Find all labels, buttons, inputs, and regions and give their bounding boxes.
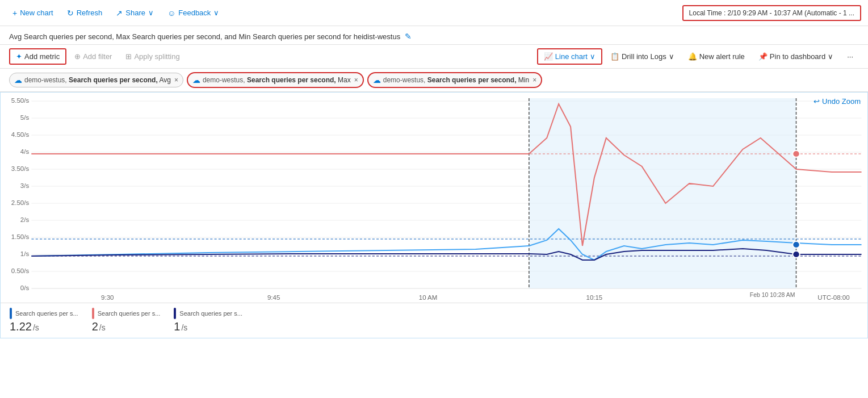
metric-tag-min-close[interactable]: × bbox=[532, 76, 536, 84]
pin-to-dashboard-button[interactable]: 📌 Pin to dashboard ∨ bbox=[753, 49, 839, 64]
chart-svg: 5.50/s 5/s 4.50/s 4/s 3.50/s 3/s 2.50/s … bbox=[1, 93, 867, 303]
svg-text:1/s: 1/s bbox=[20, 250, 30, 257]
share-chevron-icon: ∨ bbox=[148, 9, 154, 17]
chart-svg-area[interactable]: ↩ Undo Zoom 5.50/s 5/s 4.5 bbox=[1, 93, 867, 303]
feedback-chevron-icon: ∨ bbox=[213, 9, 219, 17]
pin-chevron-icon: ∨ bbox=[828, 52, 833, 61]
svg-text:9:45: 9:45 bbox=[267, 294, 280, 301]
svg-text:5.50/s: 5.50/s bbox=[11, 97, 30, 104]
svg-text:0/s: 0/s bbox=[20, 284, 30, 291]
svg-text:1.50/s: 1.50/s bbox=[11, 233, 30, 240]
line-chart-chevron-icon: ∨ bbox=[590, 52, 596, 61]
share-icon: ↗ bbox=[116, 9, 123, 18]
metric-toolbar: ✦ Add metric ⊕ Add filter ⊞ Apply splitt… bbox=[0, 45, 868, 69]
edit-title-icon[interactable]: ✎ bbox=[405, 32, 412, 41]
refresh-button[interactable]: ↻ Refresh bbox=[61, 6, 108, 20]
add-metric-icon: ✦ bbox=[16, 52, 22, 61]
svg-text:10 AM: 10 AM bbox=[419, 294, 438, 301]
legend-item-avg: Search queries per s... 1.22 /s bbox=[10, 308, 78, 333]
svg-text:2.50/s: 2.50/s bbox=[11, 199, 30, 206]
svg-point-30 bbox=[792, 150, 800, 157]
time-selector[interactable]: Local Time : 2/10 9:29 AM - 10:37 AM (Au… bbox=[682, 5, 861, 21]
share-button[interactable]: ↗ Share ∨ bbox=[110, 6, 160, 20]
svg-text:4/s: 4/s bbox=[20, 148, 30, 155]
metric-tag-max[interactable]: ☁ demo-westus, Search queries per second… bbox=[187, 72, 364, 88]
alert-icon: 🔔 bbox=[688, 52, 697, 61]
new-alert-rule-button[interactable]: 🔔 New alert rule bbox=[682, 49, 750, 64]
undo-zoom-button[interactable]: ↩ Undo Zoom bbox=[814, 97, 861, 106]
drill-logs-icon: 📋 bbox=[610, 52, 619, 61]
feedback-button[interactable]: ☺ Feedback ∨ bbox=[162, 6, 225, 20]
metric-tag-max-close[interactable]: × bbox=[354, 76, 358, 84]
line-chart-icon: 📈 bbox=[544, 52, 553, 61]
plus-icon: + bbox=[12, 9, 17, 18]
undo-zoom-icon: ↩ bbox=[814, 97, 820, 106]
chart-title-area: Avg Search queries per second, Max Searc… bbox=[0, 26, 868, 45]
drill-chevron-icon: ∨ bbox=[669, 52, 674, 61]
cloud-icon-max: ☁ bbox=[192, 76, 200, 85]
svg-text:0.50/s: 0.50/s bbox=[11, 267, 30, 274]
legend-color-max bbox=[92, 308, 94, 319]
splitting-icon: ⊞ bbox=[125, 52, 132, 61]
svg-text:3.50/s: 3.50/s bbox=[11, 165, 30, 172]
legend-area: Search queries per s... 1.22 /s Search q… bbox=[1, 303, 867, 338]
metric-tags-area: ☁ demo-westus, Search queries per second… bbox=[0, 69, 868, 92]
add-filter-icon: ⊕ bbox=[74, 52, 81, 61]
apply-splitting-button[interactable]: ⊞ Apply splitting bbox=[120, 49, 185, 64]
legend-item-min: Search queries per s... 1 /s bbox=[174, 308, 242, 333]
svg-rect-24 bbox=[529, 98, 796, 288]
refresh-icon: ↻ bbox=[67, 9, 74, 18]
drill-into-logs-button[interactable]: 📋 Drill into Logs ∨ bbox=[605, 49, 680, 64]
top-toolbar: + New chart ↻ Refresh ↗ Share ∨ ☺ Feedba… bbox=[0, 0, 868, 26]
chart-title: Avg Search queries per second, Max Searc… bbox=[9, 32, 400, 41]
metric-tag-avg-close[interactable]: × bbox=[174, 76, 178, 84]
feedback-icon: ☺ bbox=[167, 9, 175, 18]
svg-text:9:30: 9:30 bbox=[101, 294, 114, 301]
svg-text:3/s: 3/s bbox=[20, 182, 30, 189]
svg-text:4.50/s: 4.50/s bbox=[11, 131, 30, 138]
svg-text:10:15: 10:15 bbox=[586, 294, 603, 301]
new-chart-button[interactable]: + New chart bbox=[7, 6, 59, 20]
svg-text:2/s: 2/s bbox=[20, 216, 30, 223]
cloud-icon-avg: ☁ bbox=[14, 76, 22, 85]
svg-text:5/s: 5/s bbox=[20, 114, 30, 121]
chart-container: ↩ Undo Zoom 5.50/s 5/s 4.5 bbox=[0, 92, 868, 338]
svg-text:UTC-08:00: UTC-08:00 bbox=[817, 294, 849, 301]
svg-point-31 bbox=[792, 241, 800, 248]
more-icon: ··· bbox=[847, 52, 853, 61]
legend-item-max: Search queries per s... 2 /s bbox=[92, 308, 161, 333]
svg-point-32 bbox=[792, 251, 800, 258]
add-filter-button[interactable]: ⊕ Add filter bbox=[69, 49, 118, 64]
add-metric-button[interactable]: ✦ Add metric bbox=[9, 48, 66, 65]
pin-icon: 📌 bbox=[758, 52, 768, 61]
svg-text:Feb 10  10:28 AM: Feb 10 10:28 AM bbox=[750, 292, 795, 298]
more-options-button[interactable]: ··· bbox=[841, 49, 859, 64]
legend-color-avg bbox=[10, 308, 12, 319]
legend-color-min bbox=[174, 308, 176, 319]
main-content: ❮ ❯ ↩ Undo Zoom bbox=[0, 92, 868, 338]
metric-tag-avg[interactable]: ☁ demo-westus, Search queries per second… bbox=[9, 73, 183, 87]
cloud-icon-min: ☁ bbox=[373, 76, 381, 85]
metric-tag-min[interactable]: ☁ demo-westus, Search queries per second… bbox=[367, 72, 542, 88]
line-chart-button[interactable]: 📈 Line chart ∨ bbox=[537, 48, 602, 65]
